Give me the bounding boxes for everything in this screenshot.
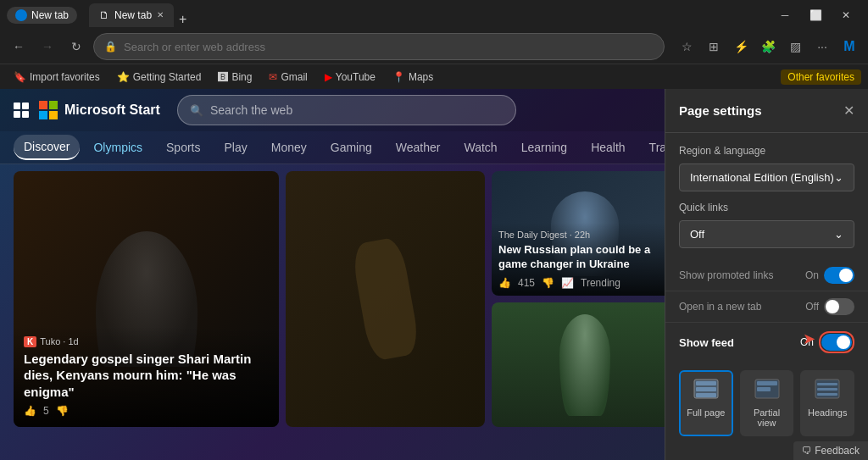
tab-learning[interactable]: Learning	[511, 136, 578, 159]
chevron-down-icon: ⌄	[834, 171, 843, 184]
tab-health[interactable]: Health	[581, 136, 635, 159]
svg-rect-3	[49, 111, 58, 119]
quick-links-value: Off	[690, 228, 704, 241]
settings-close-button[interactable]: ✕	[843, 103, 854, 119]
new-tab-toggle[interactable]	[824, 298, 854, 315]
bookmark-bing[interactable]: 🅱 Bing	[211, 69, 259, 85]
article-soccer-card[interactable]	[492, 302, 678, 427]
sign-in-label: New tab	[31, 9, 69, 21]
other-favorites[interactable]: Other favorites	[781, 69, 861, 85]
article-gospel-card[interactable]: K Tuko · 1d Legendary gospel singer Shar…	[14, 171, 279, 427]
region-language-value: International Edition (English)	[690, 171, 834, 184]
youtube-label: YouTube	[336, 71, 376, 83]
feed-option-headings[interactable]: Headings	[800, 370, 854, 436]
feedback-label: 🗨 Feedback	[802, 445, 860, 457]
tab-discover-label: Discover	[24, 140, 70, 153]
gmail-label: Gmail	[281, 71, 307, 83]
article-gospel-actions: 👍 5 👎	[24, 405, 269, 417]
search-box[interactable]: 🔍	[177, 95, 516, 125]
import-icon: 🔖	[14, 71, 26, 83]
svg-rect-12	[817, 383, 837, 385]
tab-money[interactable]: Money	[261, 136, 317, 159]
back-button[interactable]: ←	[7, 35, 31, 58]
article-gospel-overlay: K Tuko · 1d Legendary gospel singer Shar…	[14, 326, 279, 428]
tab-olympics-label: Olympics	[93, 141, 142, 154]
svg-rect-13	[817, 388, 837, 391]
new-tab-label: Open in a new tab	[679, 301, 761, 313]
search-input[interactable]	[210, 103, 504, 117]
gmail-icon: ✉	[269, 71, 277, 83]
split-screen-icon[interactable]: ▨	[783, 35, 807, 58]
article-putin-overlay: The Daily Digest · 22h New Russian plan …	[492, 223, 678, 296]
collections-icon[interactable]: ⊞	[702, 35, 726, 58]
reload-button[interactable]: ↻	[64, 35, 88, 58]
tab-label: New tab	[114, 9, 152, 21]
article-putin-actions: 👍 415 👎 📈 Trending	[498, 277, 671, 289]
browser-chrome: New tab 🗋 New tab ✕ + ─ ⬜ ✕ ← → ↻ 🔒 ☆ ⊞ …	[0, 0, 868, 89]
article-putin-card[interactable]: The Daily Digest · 22h New Russian plan …	[492, 171, 678, 296]
article-guitar-card[interactable]	[286, 171, 485, 427]
quick-links-dropdown[interactable]: Off ⌄	[679, 220, 854, 248]
active-tab[interactable]: 🗋 New tab ✕	[89, 3, 174, 27]
copilot-icon[interactable]: ⚡	[729, 35, 753, 58]
maps-icon: 📍	[392, 71, 405, 83]
main-content: Microsoft Start 🔍 ⛅ 27°c 🔔 ⚙ D	[0, 89, 868, 460]
tab-gaming-label: Gaming	[331, 141, 372, 154]
bookmark-getting-started[interactable]: ⭐ Getting Started	[110, 69, 209, 85]
favorites-icon[interactable]: ☆	[675, 35, 698, 58]
like-count2: 415	[518, 277, 535, 289]
tab-health-label: Health	[591, 141, 625, 154]
settings-panel: Page settings ✕ Region & language Intern…	[665, 89, 868, 460]
like-icon: 👍	[24, 405, 36, 417]
feedback-button[interactable]: 🗨 Feedback	[793, 441, 868, 460]
tab-bar: 🗋 New tab ✕ +	[89, 3, 192, 27]
feed-option-partial-view[interactable]: Partial view	[740, 370, 794, 436]
user-icon	[15, 9, 27, 21]
more-icon[interactable]: ···	[810, 35, 834, 58]
ms-logo: Microsoft Start	[14, 101, 160, 119]
tab-olympics[interactable]: Olympics	[83, 136, 153, 159]
feed-layout-section: Full page Partial view	[665, 362, 868, 445]
trending-label: Trending	[581, 277, 620, 289]
tab-money-label: Money	[271, 141, 307, 154]
trending-icon: 📈	[561, 277, 574, 289]
bookmark-import[interactable]: 🔖 Import favorites	[7, 69, 107, 85]
dislike-icon: 👎	[56, 405, 69, 417]
feed-option-full-page[interactable]: Full page	[679, 370, 733, 436]
new-tab-button[interactable]: +	[174, 12, 192, 27]
tab-gaming[interactable]: Gaming	[320, 136, 382, 159]
lock-icon: 🔒	[104, 41, 117, 53]
article-putin-source: The Daily Digest · 22h	[498, 230, 671, 240]
tab-discover[interactable]: Discover	[14, 135, 80, 160]
ms-account-icon[interactable]: M	[837, 35, 861, 58]
bookmark-gmail[interactable]: ✉ Gmail	[262, 69, 314, 85]
forward-button[interactable]: →	[36, 35, 59, 58]
new-tab-value: Off	[805, 301, 819, 313]
tab-close-icon[interactable]: ✕	[157, 10, 164, 19]
address-input[interactable]	[124, 41, 654, 53]
svg-rect-7	[696, 393, 716, 397]
partial-view-label: Partial view	[745, 407, 789, 428]
tab-play[interactable]: Play	[214, 136, 258, 159]
article-putin-title: New Russian plan could be a game changer…	[498, 243, 671, 272]
article-gospel-title: Legendary gospel singer Shari Martin die…	[24, 351, 269, 401]
minimize-button[interactable]: ─	[770, 0, 800, 30]
address-bar[interactable]: 🔒	[93, 33, 665, 60]
settings-header: Page settings ✕	[665, 89, 868, 133]
extensions-icon[interactable]: 🧩	[756, 35, 780, 58]
tab-watch[interactable]: Watch	[453, 136, 507, 159]
tab-sports[interactable]: Sports	[156, 136, 210, 159]
tab-sports-label: Sports	[166, 141, 200, 154]
promoted-links-toggle[interactable]	[824, 267, 854, 284]
maximize-button[interactable]: ⬜	[800, 0, 831, 30]
close-button[interactable]: ✕	[831, 0, 861, 30]
bookmark-youtube[interactable]: ▶ YouTube	[318, 69, 382, 85]
getting-started-icon: ⭐	[117, 71, 130, 83]
full-page-label: Full page	[684, 407, 728, 418]
tab-weather[interactable]: Weather	[386, 136, 451, 159]
show-feed-toggle[interactable]	[821, 334, 852, 351]
region-language-dropdown[interactable]: International Edition (English) ⌄	[679, 163, 854, 191]
bookmark-maps[interactable]: 📍 Maps	[386, 69, 440, 85]
nav-bar: ← → ↻ 🔒 ☆ ⊞ ⚡ 🧩 ▨ ··· M	[0, 30, 868, 64]
sign-in-button[interactable]: New tab	[7, 7, 77, 24]
